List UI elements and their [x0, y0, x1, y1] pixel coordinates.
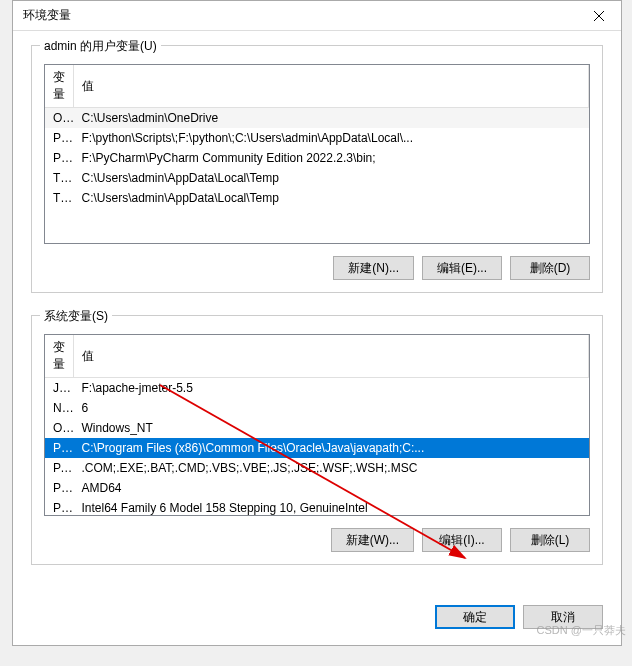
- sys-vars-buttons: 新建(W)... 编辑(I)... 删除(L): [44, 528, 590, 552]
- table-row[interactable]: OneDriveC:\Users\admin\OneDrive: [45, 108, 589, 129]
- cell-var: PROCESSOR_IDENTIFIER: [45, 498, 74, 516]
- cell-val: 6: [74, 398, 589, 418]
- user-vars-group: admin 的用户变量(U) 变量 值 OneDriveC:\Users\adm…: [31, 45, 603, 293]
- user-vars-table-wrap[interactable]: 变量 值 OneDriveC:\Users\admin\OneDrivePath…: [44, 64, 590, 244]
- cell-val: Intel64 Family 6 Model 158 Stepping 10, …: [74, 498, 589, 516]
- cell-var: PATHEXT: [45, 458, 74, 478]
- cell-val: C:\Users\admin\AppData\Local\Temp: [74, 168, 589, 188]
- cell-var: TEMP: [45, 168, 74, 188]
- dialog-content: admin 的用户变量(U) 变量 值 OneDriveC:\Users\adm…: [13, 31, 621, 597]
- col-header-var[interactable]: 变量: [45, 65, 74, 108]
- cell-var: NUMBER_OF_PROCESSORS: [45, 398, 74, 418]
- sys-edit-button[interactable]: 编辑(I)...: [422, 528, 502, 552]
- table-row[interactable]: PathF:\python\Scripts\;F:\python\;C:\Use…: [45, 128, 589, 148]
- cell-val: AMD64: [74, 478, 589, 498]
- user-new-button[interactable]: 新建(N)...: [333, 256, 414, 280]
- dialog-footer: 确定 取消: [13, 597, 621, 641]
- user-vars-buttons: 新建(N)... 编辑(E)... 删除(D): [44, 256, 590, 280]
- cell-var: PyCharm Community Editi...: [45, 148, 74, 168]
- table-row[interactable]: JMETER_HOMEF:\apache-jmeter-5.5: [45, 378, 589, 399]
- user-delete-button[interactable]: 删除(D): [510, 256, 590, 280]
- cell-var: TMP: [45, 188, 74, 208]
- user-vars-table: 变量 值 OneDriveC:\Users\admin\OneDrivePath…: [45, 65, 589, 208]
- table-row[interactable]: NUMBER_OF_PROCESSORS6: [45, 398, 589, 418]
- user-edit-button[interactable]: 编辑(E)...: [422, 256, 502, 280]
- sys-delete-button[interactable]: 删除(L): [510, 528, 590, 552]
- cell-val: F:\apache-jmeter-5.5: [74, 378, 589, 399]
- env-vars-dialog: 环境变量 admin 的用户变量(U) 变量 值 OneDriveC:\User…: [12, 0, 622, 646]
- cell-val: F:\PyCharm\PyCharm Community Edition 202…: [74, 148, 589, 168]
- table-row[interactable]: PROCESSOR_ARCHITECT...AMD64: [45, 478, 589, 498]
- cell-var: OS: [45, 418, 74, 438]
- cell-val: C:\Users\admin\AppData\Local\Temp: [74, 188, 589, 208]
- table-row[interactable]: PROCESSOR_IDENTIFIERIntel64 Family 6 Mod…: [45, 498, 589, 516]
- table-row[interactable]: PathC:\Program Files (x86)\Common Files\…: [45, 438, 589, 458]
- sys-vars-table: 变量 值 JMETER_HOMEF:\apache-jmeter-5.5NUMB…: [45, 335, 589, 516]
- sys-vars-table-wrap[interactable]: 变量 值 JMETER_HOMEF:\apache-jmeter-5.5NUMB…: [44, 334, 590, 516]
- dialog-title: 环境变量: [23, 7, 71, 24]
- table-row[interactable]: TEMPC:\Users\admin\AppData\Local\Temp: [45, 168, 589, 188]
- sys-vars-group: 系统变量(S) 变量 值 JMETER_HOMEF:\apache-jmeter…: [31, 315, 603, 565]
- user-vars-legend: admin 的用户变量(U): [40, 38, 161, 55]
- cell-val: C:\Program Files (x86)\Common Files\Orac…: [74, 438, 589, 458]
- cell-var: JMETER_HOME: [45, 378, 74, 399]
- cell-var: Path: [45, 438, 74, 458]
- col-header-val[interactable]: 值: [74, 335, 589, 378]
- table-row[interactable]: PATHEXT.COM;.EXE;.BAT;.CMD;.VBS;.VBE;.JS…: [45, 458, 589, 478]
- cell-val: Windows_NT: [74, 418, 589, 438]
- cell-var: PROCESSOR_ARCHITECT...: [45, 478, 74, 498]
- sys-new-button[interactable]: 新建(W)...: [331, 528, 414, 552]
- table-row[interactable]: TMPC:\Users\admin\AppData\Local\Temp: [45, 188, 589, 208]
- cell-val: F:\python\Scripts\;F:\python\;C:\Users\a…: [74, 128, 589, 148]
- col-header-var[interactable]: 变量: [45, 335, 74, 378]
- close-button[interactable]: [576, 1, 621, 31]
- cell-var: OneDrive: [45, 108, 74, 129]
- cell-var: Path: [45, 128, 74, 148]
- sys-vars-legend: 系统变量(S): [40, 308, 112, 325]
- ok-button[interactable]: 确定: [435, 605, 515, 629]
- titlebar: 环境变量: [13, 1, 621, 31]
- cancel-button[interactable]: 取消: [523, 605, 603, 629]
- col-header-val[interactable]: 值: [74, 65, 589, 108]
- table-row[interactable]: OSWindows_NT: [45, 418, 589, 438]
- cell-val: .COM;.EXE;.BAT;.CMD;.VBS;.VBE;.JS;.JSE;.…: [74, 458, 589, 478]
- close-icon: [594, 11, 604, 21]
- table-row[interactable]: PyCharm Community Editi...F:\PyCharm\PyC…: [45, 148, 589, 168]
- cell-val: C:\Users\admin\OneDrive: [74, 108, 589, 129]
